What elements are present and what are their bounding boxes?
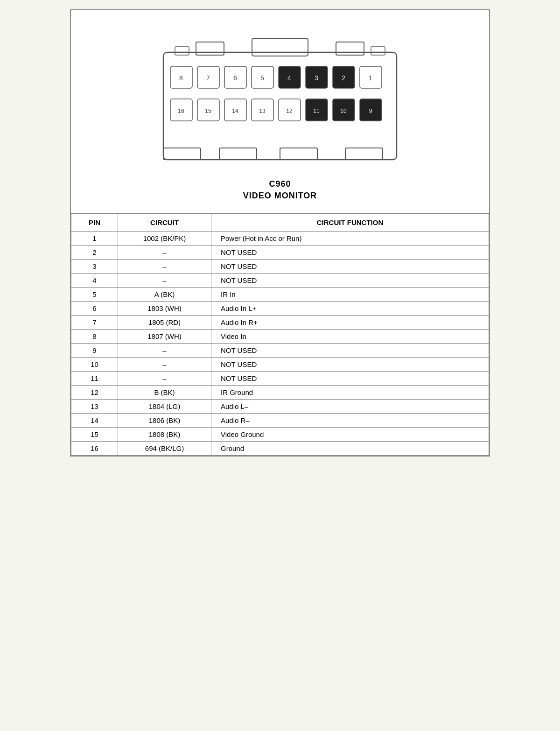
diagram-area: 8 7 6 5 4 3 2 1 xyxy=(71,10,489,213)
svg-text:13: 13 xyxy=(259,108,266,114)
table-row: 131804 (LG)Audio L– xyxy=(71,400,489,414)
cell-function: NOT USED xyxy=(211,344,489,358)
cell-circuit: – xyxy=(118,246,211,260)
cell-pin: 7 xyxy=(71,316,118,330)
svg-text:16: 16 xyxy=(178,108,184,114)
cell-function: Audio L– xyxy=(211,400,489,414)
svg-rect-2 xyxy=(196,42,224,55)
svg-text:7: 7 xyxy=(206,74,210,82)
cell-pin: 4 xyxy=(71,274,118,288)
cell-function: IR In xyxy=(211,288,489,302)
pin-table: PIN CIRCUIT CIRCUIT FUNCTION 11002 (BK/P… xyxy=(71,213,489,456)
cell-function: NOT USED xyxy=(211,358,489,372)
cell-circuit: 1805 (RD) xyxy=(118,316,211,330)
table-row: 16694 (BK/LG)Ground xyxy=(71,442,489,456)
table-row: 12B (BK)IR Ground xyxy=(71,386,489,400)
cell-circuit: 1808 (BK) xyxy=(118,428,211,442)
cell-pin: 12 xyxy=(71,386,118,400)
table-row: 2–NOT USED xyxy=(71,246,489,260)
cell-function: Audio In R+ xyxy=(211,316,489,330)
cell-function: NOT USED xyxy=(211,246,489,260)
svg-text:15: 15 xyxy=(205,108,211,114)
cell-function: NOT USED xyxy=(211,260,489,274)
cell-function: Video Ground xyxy=(211,428,489,442)
table-row: 151808 (BK)Video Ground xyxy=(71,428,489,442)
cell-circuit: B (BK) xyxy=(118,386,211,400)
table-row: 11–NOT USED xyxy=(71,372,489,386)
page: 8 7 6 5 4 3 2 1 xyxy=(70,9,490,457)
connector-id: C960 xyxy=(269,179,291,189)
cell-function: Power (Hot in Acc or Run) xyxy=(211,232,489,246)
svg-text:14: 14 xyxy=(232,108,238,114)
cell-function: IR Ground xyxy=(211,386,489,400)
cell-circuit: – xyxy=(118,344,211,358)
svg-text:8: 8 xyxy=(179,74,183,82)
table-row: 71805 (RD)Audio In R+ xyxy=(71,316,489,330)
cell-circuit: 1806 (BK) xyxy=(118,414,211,428)
cell-function: NOT USED xyxy=(211,274,489,288)
cell-circuit: 1803 (WH) xyxy=(118,302,211,316)
table-row: 5A (BK)IR In xyxy=(71,288,489,302)
cell-pin: 11 xyxy=(71,372,118,386)
svg-rect-1 xyxy=(252,38,308,56)
header-pin: PIN xyxy=(71,213,118,232)
cell-pin: 2 xyxy=(71,246,118,260)
cell-pin: 5 xyxy=(71,288,118,302)
table-row: 9–NOT USED xyxy=(71,344,489,358)
cell-pin: 16 xyxy=(71,442,118,456)
svg-rect-8 xyxy=(280,148,317,160)
table-row: 10–NOT USED xyxy=(71,358,489,372)
svg-rect-6 xyxy=(163,148,201,160)
cell-pin: 1 xyxy=(71,232,118,246)
cell-circuit: 694 (BK/LG) xyxy=(118,442,211,456)
svg-text:6: 6 xyxy=(233,74,237,82)
cell-pin: 10 xyxy=(71,358,118,372)
cell-circuit: 1002 (BK/PK) xyxy=(118,232,211,246)
cell-pin: 13 xyxy=(71,400,118,414)
svg-text:9: 9 xyxy=(369,108,372,114)
cell-pin: 8 xyxy=(71,330,118,344)
svg-rect-4 xyxy=(175,47,189,55)
cell-pin: 6 xyxy=(71,302,118,316)
svg-rect-9 xyxy=(345,148,383,160)
svg-text:4: 4 xyxy=(287,74,291,82)
cell-pin: 9 xyxy=(71,344,118,358)
cell-function: NOT USED xyxy=(211,372,489,386)
table-row: 141806 (BK)Audio R– xyxy=(71,414,489,428)
table-row: 4–NOT USED xyxy=(71,274,489,288)
header-circuit: CIRCUIT xyxy=(118,213,211,232)
svg-text:1: 1 xyxy=(369,74,372,82)
cell-circuit: 1804 (LG) xyxy=(118,400,211,414)
svg-text:12: 12 xyxy=(286,108,293,114)
cell-circuit: – xyxy=(118,358,211,372)
cell-function: Audio In L+ xyxy=(211,302,489,316)
header-function: CIRCUIT FUNCTION xyxy=(211,213,489,232)
cell-function: Audio R– xyxy=(211,414,489,428)
connector-name: VIDEO MONITOR xyxy=(243,191,317,201)
svg-text:2: 2 xyxy=(342,74,345,82)
table-row: 61803 (WH)Audio In L+ xyxy=(71,302,489,316)
cell-pin: 14 xyxy=(71,414,118,428)
cell-circuit: – xyxy=(118,274,211,288)
svg-text:11: 11 xyxy=(313,108,320,114)
cell-circuit: – xyxy=(118,260,211,274)
table-row: 11002 (BK/PK)Power (Hot in Acc or Run) xyxy=(71,232,489,246)
svg-text:3: 3 xyxy=(315,74,318,82)
cell-function: Ground xyxy=(211,442,489,456)
svg-rect-3 xyxy=(336,42,364,55)
cell-circuit: A (BK) xyxy=(118,288,211,302)
cell-function: Video In xyxy=(211,330,489,344)
connector-diagram: 8 7 6 5 4 3 2 1 xyxy=(149,24,411,171)
svg-text:10: 10 xyxy=(340,108,347,114)
cell-circuit: 1807 (WH) xyxy=(118,330,211,344)
svg-rect-5 xyxy=(371,47,385,55)
cell-pin: 15 xyxy=(71,428,118,442)
cell-circuit: – xyxy=(118,372,211,386)
svg-rect-7 xyxy=(219,148,257,160)
cell-pin: 3 xyxy=(71,260,118,274)
table-row: 3–NOT USED xyxy=(71,260,489,274)
svg-text:5: 5 xyxy=(260,74,264,82)
table-row: 81807 (WH)Video In xyxy=(71,330,489,344)
